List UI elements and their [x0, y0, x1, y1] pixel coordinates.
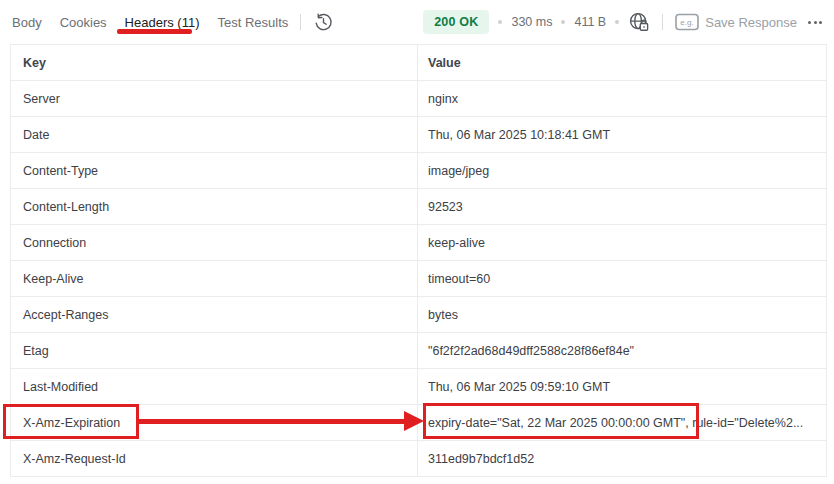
tab-test-results[interactable]: Test Results: [218, 15, 289, 30]
table-row: Content-Length92523: [11, 189, 826, 225]
table-row: Servernginx: [11, 81, 826, 117]
header-key-cell: Content-Length: [11, 189, 418, 224]
headers-table-body: ServernginxDateThu, 06 Mar 2025 10:18:41…: [11, 81, 826, 477]
header-key-cell: Date: [11, 117, 418, 152]
headers-table: Key Value ServernginxDateThu, 06 Mar 202…: [10, 44, 827, 477]
header-value-cell: keep-alive: [418, 236, 826, 250]
dot-separator: [561, 20, 565, 24]
response-tabs: Body Cookies Headers (11) Test Results: [12, 15, 288, 30]
header-value-cell: expiry-date="Sat, 22 Mar 2025 00:00:00 G…: [418, 416, 826, 430]
header-key-cell: Keep-Alive: [11, 261, 418, 296]
table-header-row: Key Value: [11, 45, 826, 81]
table-row: DateThu, 06 Mar 2025 10:18:41 GMT: [11, 117, 826, 153]
table-row: X-Amz-Request-Id311ed9b7bdcf1d52: [11, 441, 826, 477]
table-row: Accept-Rangesbytes: [11, 297, 826, 333]
header-key-cell: X-Amz-Request-Id: [11, 441, 418, 476]
dot-separator: [615, 20, 619, 24]
header-value-cell: Thu, 06 Mar 2025 09:59:10 GMT: [418, 380, 826, 394]
history-clock-icon[interactable]: [313, 12, 334, 33]
status-divider: [662, 14, 663, 30]
globe-lock-icon[interactable]: [628, 11, 650, 33]
response-size: 411 B: [574, 15, 606, 29]
header-value-cell: Thu, 06 Mar 2025 10:18:41 GMT: [418, 128, 826, 142]
column-header-value: Value: [418, 56, 826, 70]
save-response-label: Save Response: [705, 15, 797, 30]
tabbar-divider: [300, 14, 301, 30]
tab-headers[interactable]: Headers (11): [125, 15, 200, 30]
dot-separator: [498, 20, 502, 24]
header-key-cell: X-Amz-Expiration: [11, 405, 418, 440]
table-row: Etag"6f2f2f2ad68d49dff2588c28f86ef84e": [11, 333, 826, 369]
example-badge-icon: e.g.: [675, 13, 699, 31]
table-row: Keep-Alivetimeout=60: [11, 261, 826, 297]
column-header-key: Key: [11, 45, 418, 80]
table-row: Last-ModifiedThu, 06 Mar 2025 09:59:10 G…: [11, 369, 826, 405]
table-row: Content-Typeimage/jpeg: [11, 153, 826, 189]
header-key-cell: Accept-Ranges: [11, 297, 418, 332]
table-row: Connectionkeep-alive: [11, 225, 826, 261]
header-value-cell: 92523: [418, 200, 826, 214]
tab-cookies[interactable]: Cookies: [60, 15, 107, 30]
response-time: 330 ms: [511, 15, 552, 29]
header-key-cell: Last-Modified: [11, 369, 418, 404]
header-key-cell: Connection: [11, 225, 418, 260]
header-value-cell: image/jpeg: [418, 164, 826, 178]
header-value-cell: timeout=60: [418, 272, 826, 286]
save-response-button[interactable]: e.g. Save Response: [675, 13, 797, 31]
header-value-cell: nginx: [418, 92, 826, 106]
more-options-button[interactable]: [806, 17, 824, 28]
header-key-cell: Etag: [11, 333, 418, 368]
response-status-cluster: 200 OK 330 ms 411 B e.g. Save Response: [423, 10, 824, 34]
tab-body[interactable]: Body: [12, 15, 42, 30]
status-badge: 200 OK: [423, 10, 489, 34]
header-key-cell: Content-Type: [11, 153, 418, 188]
table-row: X-Amz-Expirationexpiry-date="Sat, 22 Mar…: [11, 405, 826, 441]
header-value-cell: bytes: [418, 308, 826, 322]
header-value-cell: "6f2f2f2ad68d49dff2588c28f86ef84e": [418, 344, 826, 358]
header-key-cell: Server: [11, 81, 418, 116]
header-value-cell: 311ed9b7bdcf1d52: [418, 452, 826, 466]
svg-text:e.g.: e.g.: [681, 18, 694, 27]
response-tabbar: Body Cookies Headers (11) Test Results 2…: [0, 0, 834, 44]
